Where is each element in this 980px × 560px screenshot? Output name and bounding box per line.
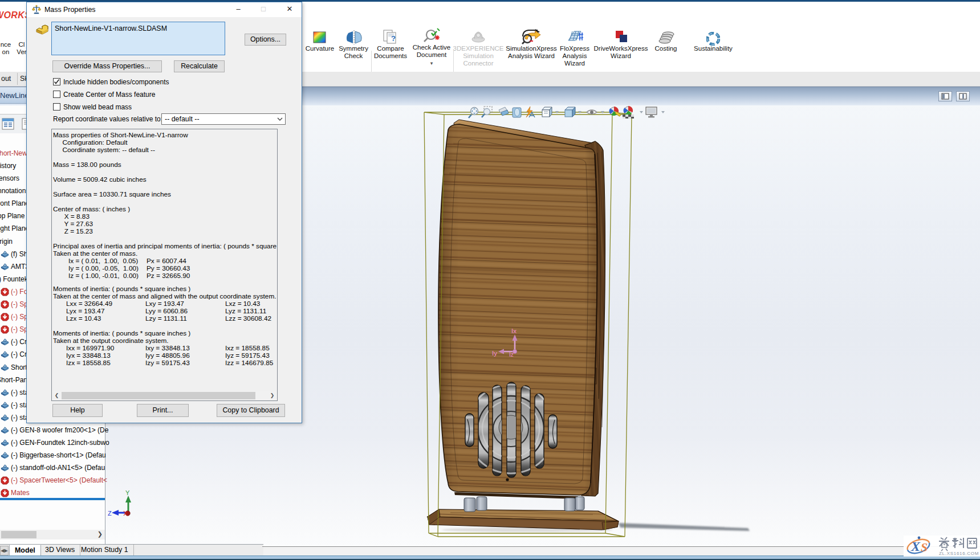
svg-text:Iz: Iz xyxy=(509,351,514,358)
svg-text:X: X xyxy=(910,539,921,554)
svg-text:Ix: Ix xyxy=(511,328,517,334)
svg-text:Iy: Iy xyxy=(492,350,497,357)
svg-text:Y: Y xyxy=(125,489,130,496)
svg-text:Z: Z xyxy=(108,510,112,517)
svg-text:?: ? xyxy=(391,34,396,43)
svg-text:S: S xyxy=(921,540,928,554)
svg-text:ZL.XS1616.COM: ZL.XS1616.COM xyxy=(939,551,979,556)
